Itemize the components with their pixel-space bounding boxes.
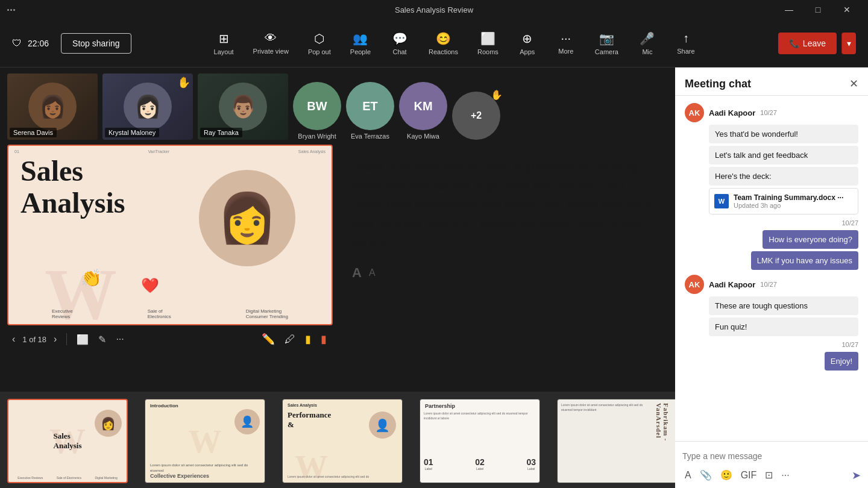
hand-raise-icon: ✋ [177, 76, 190, 89]
slide-strip: W 👩 SalesAnalysis Executive ReviewsSale … [0, 392, 675, 488]
chat-button[interactable]: 💬 Chat [383, 28, 417, 59]
slide-thumb-2[interactable]: W 👤 Introduction Lorem ipsum dolor sit a… [145, 399, 265, 483]
chat-input-field[interactable] [682, 448, 861, 465]
leave-dropdown-button[interactable]: ▾ [841, 33, 856, 54]
chat-timestamp-self-1: 10/27 [841, 219, 858, 227]
layout-button[interactable]: ⊞ Layout [207, 28, 241, 59]
chat-icon: 💬 [392, 31, 407, 46]
title-bar: Sales Analysis Review — □ ✕ [0, 0, 868, 19]
participant-avatar-eva: ET Eva Terrazas [346, 82, 394, 140]
chat-message-aadi-1: AK Aadi Kapoor 10/27 Yes that'd be wonde… [685, 103, 858, 214]
gif-button[interactable]: GIF [738, 469, 760, 482]
participant-video-ray: 👨🏽 Ray Tanaka [198, 74, 288, 140]
camera-icon: 📷 [599, 31, 614, 46]
more-tools-button[interactable]: ··· [779, 469, 791, 482]
chat-close-button[interactable]: ✕ [849, 77, 858, 90]
slide-person-circle: 👩 [199, 170, 295, 266]
format-text-button[interactable]: A [682, 469, 694, 482]
slide-more-button[interactable]: ··· [113, 331, 126, 347]
chat-message-self-2: 10/27 Enjoy! [685, 341, 858, 371]
pointer-tool[interactable]: ✏️ [258, 330, 278, 348]
slide-heart-emoji: ❤️ [141, 277, 159, 294]
stop-sharing-button[interactable]: Stop sharing [61, 33, 131, 54]
main-area: 👩🏾 Serena Davis 👩🏻 ✋ Krystal Maloney 👨� [0, 67, 868, 488]
doc-info: Team Training Summary.docx ··· Updated 3… [734, 193, 853, 209]
slide-thumb-content-3: W 👤 Sales Analysis Performance& Lorem ip… [283, 399, 402, 483]
slide-description: Every company should have a quarterly, o… [333, 145, 668, 387]
chat-msg-header-2: AK Aadi Kapoor 10/27 [685, 275, 858, 294]
share-button[interactable]: ↑ Share [669, 28, 703, 58]
maximize-button[interactable]: □ [804, 0, 832, 19]
slide-clap-emoji: 👏 [81, 268, 102, 288]
divider [66, 333, 67, 345]
slide-category-label: Sales Analysis [298, 149, 326, 154]
slide-thumb-content-5: Fabrikam -VanArsdel Lorem ipsum dolor si… [558, 399, 675, 483]
avatar-bryan: BW [293, 82, 341, 130]
chat-message-self-1: 10/27 How is everyone doing? LMK if you … [685, 219, 858, 270]
chat-doc-card[interactable]: W Team Training Summary.docx ··· Updated… [709, 188, 858, 214]
attach-button[interactable]: 📎 [697, 468, 714, 482]
sticker-button[interactable]: ⊡ [763, 468, 775, 482]
slide-brand-label: VanTracker [148, 149, 169, 154]
slide-thumb-4[interactable]: Partnership Lorem ipsum dolor sit amet c… [420, 399, 540, 483]
share-icon: ↑ [683, 31, 689, 45]
private-view-button[interactable]: 👁 Private view [246, 28, 296, 58]
word-icon: W [714, 194, 729, 208]
participant-avatar-plus: +2 ✋ [452, 92, 500, 140]
main-slide: 01 VanTracker Sales Analysis SalesAnalys… [7, 145, 333, 325]
slide-title: SalesAnalysis [20, 155, 125, 219]
slide-thumb-5[interactable]: Fabrikam -VanArsdel Lorem ipsum dolor si… [557, 399, 675, 483]
slide-thumb-1[interactable]: W 👩 SalesAnalysis Executive ReviewsSale … [7, 399, 128, 483]
avatar-plus: +2 ✋ [452, 92, 500, 140]
reactions-button[interactable]: 😊 Reactions [421, 28, 465, 59]
minimize-button[interactable]: — [775, 0, 803, 19]
participant-name-eva: Eva Terrazas [351, 133, 389, 140]
slide-thumb-wrapper-2: W 👤 Introduction Lorem ipsum dolor sit a… [145, 399, 265, 483]
highlight-tool[interactable]: ▮ [301, 330, 315, 348]
apps-icon: ⊕ [522, 31, 532, 46]
leave-button[interactable]: 📞 Leave [778, 33, 837, 54]
participant-video-serena: 👩🏾 Serena Davis [7, 74, 98, 140]
doc-sub: Updated 3h ago [734, 202, 853, 209]
drawing-tools: ✏️ 🖊 ▮ ▮ [258, 330, 330, 348]
title-bar-dots[interactable] [7, 9, 15, 11]
layout-icon: ⊞ [219, 31, 229, 46]
window-title: Sales Analysis Review [395, 5, 473, 14]
people-button[interactable]: 👥 People [343, 28, 378, 59]
presentation-area: 01 VanTracker Sales Analysis SalesAnalys… [0, 140, 675, 392]
camera-button[interactable]: 📷 Camera [588, 28, 626, 59]
avatar-kayo: KM [399, 82, 447, 130]
chat-title: Meeting chat [685, 78, 751, 90]
slide-description-text: Every company should have a quarterly, o… [351, 157, 656, 252]
color-tool[interactable]: ▮ [317, 330, 330, 348]
expand-slide-button[interactable]: ⬜ [74, 331, 91, 348]
increase-text-button[interactable]: A [351, 264, 363, 282]
send-button[interactable]: ➤ [852, 469, 861, 482]
slide-thumb-3[interactable]: W 👤 Sales Analysis Performance& Lorem ip… [282, 399, 403, 483]
slide-thumb-content-1: W 👩 SalesAnalysis Executive ReviewsSale … [8, 400, 127, 482]
prev-slide-button[interactable]: ‹ [10, 331, 17, 347]
participants-row: 👩🏾 Serena Davis 👩🏻 ✋ Krystal Maloney 👨� [0, 67, 675, 140]
next-slide-button[interactable]: › [51, 331, 59, 347]
annotation-button[interactable]: ✎ [96, 331, 108, 348]
more-button[interactable]: ··· More [549, 28, 583, 58]
chat-sender-aadi-2: Aadi Kapoor [709, 280, 755, 289]
toolbar-right: 📞 Leave ▾ [778, 33, 856, 54]
decrease-text-button[interactable]: A [368, 266, 377, 280]
toolbar-center: ⊞ Layout 👁 Private view ⬡ Pop out 👥 Peop… [131, 28, 778, 59]
mic-button[interactable]: 🎤 Mic [631, 28, 664, 59]
eraser-tool[interactable]: 🖊 [281, 330, 299, 348]
window-controls: — □ ✕ [775, 0, 861, 19]
apps-button[interactable]: ⊕ Apps [511, 28, 544, 59]
close-button[interactable]: ✕ [833, 0, 861, 19]
pop-out-button[interactable]: ⬡ Pop out [301, 28, 338, 59]
participant-name-kayo: Kayo Miwa [407, 133, 439, 140]
emoji-button[interactable]: 🙂 [718, 468, 735, 482]
chat-time-1: 10/27 [760, 109, 777, 116]
slide-thumb-wrapper-5: Fabrikam -VanArsdel Lorem ipsum dolor si… [557, 399, 675, 483]
toolbar-left: 🛡 22:06 Stop sharing [12, 33, 131, 54]
rooms-button[interactable]: ⬜ Rooms [470, 28, 506, 59]
chat-messages: AK Aadi Kapoor 10/27 Yes that'd be wonde… [675, 96, 868, 441]
participant-name-ray: Ray Tanaka [200, 128, 242, 137]
slide-thumb-wrapper-1: W 👩 SalesAnalysis Executive ReviewsSale … [7, 399, 128, 483]
